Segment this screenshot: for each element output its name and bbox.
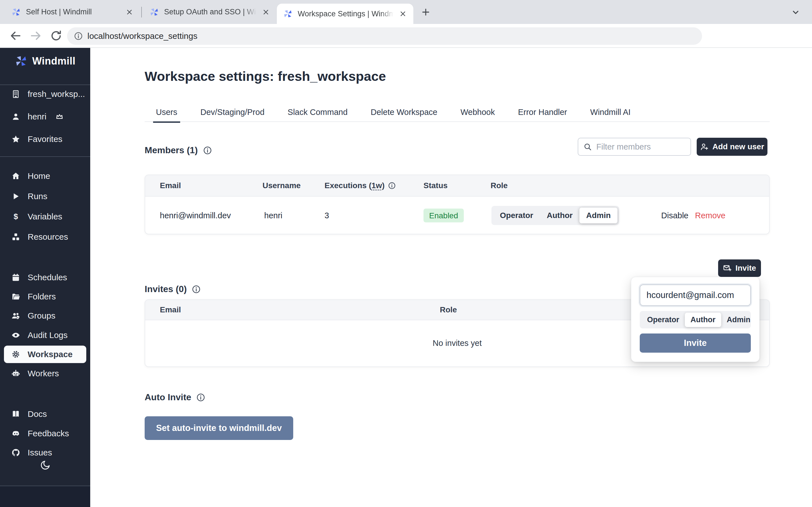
info-icon[interactable] bbox=[203, 146, 212, 155]
close-tab-icon[interactable] bbox=[125, 8, 134, 16]
tab-users[interactable]: Users bbox=[153, 103, 180, 123]
member-username: henri bbox=[264, 211, 283, 220]
sidebar-item-label: fresh_worksp... bbox=[28, 89, 85, 99]
tab-search-chevron-icon[interactable] bbox=[791, 8, 800, 17]
browser-tab-title: Setup OAuth and SSO | Windm bbox=[164, 8, 257, 16]
new-tab-icon[interactable] bbox=[421, 7, 431, 17]
home-icon bbox=[11, 172, 20, 180]
sidebar-item-workspace-switcher[interactable]: fresh_worksp... bbox=[4, 86, 86, 103]
gear-icon bbox=[11, 350, 20, 359]
sidebar-item-workspace[interactable]: Workspace bbox=[4, 346, 86, 363]
invite-submit-button[interactable]: Invite bbox=[640, 334, 751, 353]
discord-icon bbox=[11, 429, 20, 438]
info-icon[interactable] bbox=[196, 393, 205, 402]
sidebar-item-label: Feedbacks bbox=[28, 429, 69, 438]
role-option-admin[interactable]: Admin bbox=[579, 208, 617, 223]
sidebar-item-label: Home bbox=[28, 171, 50, 181]
member-row: henri@windmill.dev henri 3 Enabled Opera… bbox=[145, 196, 769, 234]
disable-button[interactable]: Disable bbox=[661, 211, 689, 220]
filter-members-input[interactable] bbox=[596, 142, 686, 152]
role-option-operator[interactable]: Operator bbox=[493, 208, 540, 223]
set-auto-invite-button[interactable]: Set auto-invite to windmill.dev bbox=[145, 416, 293, 440]
sidebar-item-folders[interactable]: Folders bbox=[4, 288, 86, 305]
sidebar-item-label: Issues bbox=[28, 448, 52, 457]
dark-mode-toggle-moon-icon[interactable] bbox=[40, 460, 51, 470]
mail-plus-icon bbox=[723, 264, 731, 272]
sidebar-item-issues[interactable]: Issues bbox=[4, 444, 86, 461]
sidebar-item-label: Audit Logs bbox=[28, 330, 68, 340]
invites-heading: Invites (0) bbox=[145, 284, 201, 294]
reload-icon[interactable] bbox=[50, 29, 63, 42]
address-bar[interactable]: localhost/workspace_settings bbox=[67, 27, 702, 45]
member-executions: 3 bbox=[324, 211, 329, 220]
windmill-brand[interactable]: Windmill bbox=[0, 55, 90, 68]
github-icon bbox=[11, 448, 20, 457]
calendar-icon bbox=[11, 273, 20, 282]
invite-role-admin[interactable]: Admin bbox=[721, 313, 756, 327]
building-icon bbox=[11, 90, 20, 99]
sidebar-item-label: Workers bbox=[28, 369, 59, 378]
invite-popup: Operator Author Admin Invite bbox=[631, 277, 760, 362]
sidebar-item-label: henri bbox=[28, 112, 47, 121]
sidebar-item-home[interactable]: Home bbox=[4, 167, 86, 185]
sidebar-item-variables[interactable]: Variables bbox=[4, 208, 86, 225]
role-segmented-control: Operator Author Admin bbox=[492, 206, 619, 225]
tab-error-handler[interactable]: Error Handler bbox=[515, 103, 570, 121]
invite-role-author[interactable]: Author bbox=[685, 313, 721, 327]
browser-tab-workspace-settings[interactable]: Workspace Settings | Windmill bbox=[277, 4, 413, 24]
browser-tab-oauth-sso[interactable]: Setup OAuth and SSO | Windm bbox=[143, 0, 276, 24]
column-email: Email bbox=[160, 181, 181, 190]
close-tab-icon[interactable] bbox=[262, 8, 270, 16]
sidebar-item-resources[interactable]: Resources bbox=[4, 228, 86, 245]
sidebar-item-user-menu[interactable]: henri bbox=[4, 108, 86, 125]
search-icon bbox=[583, 143, 592, 151]
invite-email-input[interactable] bbox=[640, 284, 751, 306]
divider bbox=[0, 84, 90, 85]
sidebar-item-audit-logs[interactable]: Audit Logs bbox=[4, 327, 86, 344]
back-icon[interactable] bbox=[9, 29, 22, 42]
play-icon bbox=[11, 192, 20, 201]
invite-button[interactable]: Invite bbox=[718, 260, 761, 277]
browser-toolbar: localhost/workspace_settings Invité bbox=[0, 24, 812, 48]
role-option-author[interactable]: Author bbox=[540, 208, 579, 223]
tab-delete-workspace[interactable]: Delete Workspace bbox=[368, 103, 440, 121]
add-new-user-label: Add new user bbox=[712, 142, 764, 151]
tab-webhook[interactable]: Webhook bbox=[458, 103, 498, 121]
sidebar-item-docs[interactable]: Docs bbox=[4, 405, 86, 423]
sidebar-item-runs[interactable]: Runs bbox=[4, 187, 86, 205]
sidebar-item-workers[interactable]: Workers bbox=[4, 365, 86, 382]
sidebar-footer bbox=[0, 486, 90, 507]
tab-slack-command[interactable]: Slack Command bbox=[285, 103, 350, 121]
sidebar-item-schedules[interactable]: Schedules bbox=[4, 269, 86, 286]
sidebar-item-groups[interactable]: Groups bbox=[4, 307, 86, 325]
close-tab-icon[interactable] bbox=[399, 10, 407, 18]
browser-tab-self-host[interactable]: Self Host | Windmill bbox=[5, 0, 140, 24]
sidebar-item-favorites[interactable]: Favorites bbox=[4, 130, 86, 148]
members-table: Email Username Executions (1w) Status Ro… bbox=[145, 175, 770, 234]
sidebar-item-label: Groups bbox=[28, 311, 55, 321]
column-username: Username bbox=[262, 181, 301, 190]
info-icon[interactable] bbox=[192, 285, 201, 294]
browser-tab-title: Workspace Settings | Windmill bbox=[298, 10, 394, 18]
auto-invite-heading: Auto Invite bbox=[145, 392, 205, 402]
sidebar-item-feedbacks[interactable]: Feedbacks bbox=[4, 425, 86, 442]
forward-icon[interactable] bbox=[29, 29, 42, 42]
invite-role-segmented-control: Operator Author Admin bbox=[640, 311, 751, 328]
divider bbox=[0, 156, 90, 157]
remove-button[interactable]: Remove bbox=[695, 211, 725, 220]
members-table-header: Email Username Executions (1w) Status Ro… bbox=[145, 175, 769, 196]
site-info-icon[interactable] bbox=[74, 32, 83, 41]
sidebar-item-label: Workspace bbox=[28, 349, 73, 359]
info-icon[interactable] bbox=[388, 182, 396, 189]
members-heading-text: Members (1) bbox=[145, 145, 198, 156]
sidebar-item-label: Resources bbox=[28, 232, 68, 242]
filter-members-field[interactable] bbox=[578, 138, 691, 156]
robot-icon bbox=[11, 369, 20, 378]
page-title: Workspace settings: fresh_workspace bbox=[145, 68, 386, 84]
folder-icon bbox=[11, 292, 20, 301]
tab-dev-staging-prod[interactable]: Dev/Staging/Prod bbox=[198, 103, 267, 121]
tab-windmill-ai[interactable]: Windmill AI bbox=[587, 103, 633, 121]
invite-role-operator[interactable]: Operator bbox=[642, 313, 685, 327]
dollar-icon bbox=[11, 212, 20, 221]
add-new-user-button[interactable]: Add new user bbox=[697, 138, 767, 156]
